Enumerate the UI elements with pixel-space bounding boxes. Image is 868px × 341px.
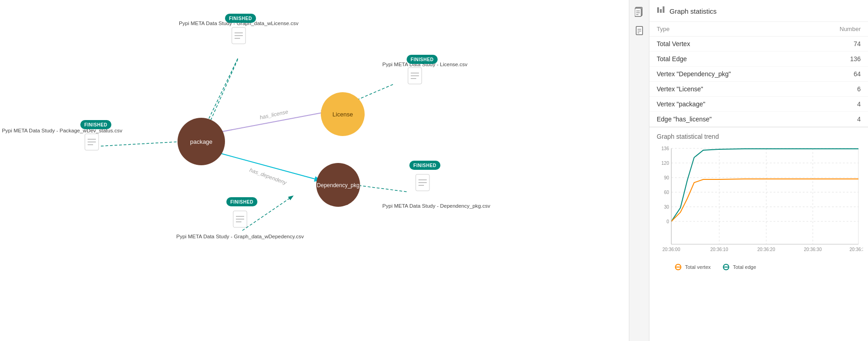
sidebar-icon-2[interactable] — [632, 24, 647, 38]
stats-row: Total Vertex74 — [649, 37, 868, 52]
svg-text:20:36:37: 20:36:37 — [850, 247, 863, 252]
badge1: FINISHED — [229, 16, 252, 21]
trend-svg: 136 120 90 60 30 0 20:36:00 20:36:10 20:… — [653, 144, 863, 285]
badge4: FINISHED — [230, 199, 254, 205]
svg-text:90: 90 — [664, 175, 669, 180]
svg-rect-42 — [636, 26, 643, 35]
stats-number: 64 — [805, 67, 868, 82]
svg-text:20:36:10: 20:36:10 — [711, 247, 728, 252]
col-number: Number — [805, 22, 868, 37]
svg-line-6 — [354, 185, 407, 192]
stats-number: 4 — [805, 97, 868, 112]
stats-header: Graph statistics — [649, 0, 868, 22]
file5-label: Pypi META Data Study - Dependency_pkg.cs… — [382, 203, 491, 209]
svg-text:120: 120 — [661, 161, 669, 166]
sidebar-icon-1[interactable] — [632, 5, 647, 19]
svg-text:60: 60 — [664, 190, 669, 195]
svg-text:Total edge: Total edge — [733, 264, 756, 270]
svg-rect-47 — [660, 9, 662, 13]
stats-type: Vertex "Dependency_pkg" — [649, 67, 805, 82]
svg-text:0: 0 — [666, 219, 669, 224]
stats-panel: Graph statistics Type Number Total Verte… — [649, 0, 868, 127]
svg-text:20:36:30: 20:36:30 — [804, 247, 822, 252]
stats-type: Edge "has_license" — [649, 112, 805, 127]
stats-row: Total Edge136 — [649, 52, 868, 67]
svg-text:20:36:20: 20:36:20 — [758, 247, 775, 252]
has-license-label: has_license — [259, 109, 289, 121]
stats-number: 4 — [805, 112, 868, 127]
graph-svg: package License Dependency_pkg Pypi META… — [0, 0, 649, 341]
stats-type: Vertex "package" — [649, 97, 805, 112]
svg-text:Total vertex: Total vertex — [685, 264, 711, 270]
badge5: FINISHED — [413, 163, 437, 168]
stats-number: 136 — [805, 52, 868, 67]
stats-number: 74 — [805, 37, 868, 52]
trend-panel: Graph statistical trend 136 120 90 — [649, 127, 868, 341]
package-label: package — [190, 138, 212, 145]
dependency-label: Dependency_pkg — [317, 182, 359, 189]
svg-rect-48 — [663, 6, 664, 13]
stats-type: Vertex "License" — [649, 82, 805, 97]
chart-icon — [657, 5, 666, 17]
col-type: Type — [649, 22, 805, 37]
svg-text:136: 136 — [661, 146, 669, 151]
stats-title: Graph statistics — [669, 7, 716, 15]
trend-chart: 136 120 90 60 30 0 20:36:00 20:36:10 20:… — [649, 144, 868, 287]
stats-table: Type Number Total Vertex74Total Edge136V… — [649, 22, 868, 127]
stats-type: Total Edge — [649, 52, 805, 67]
svg-rect-38 — [635, 8, 641, 16]
right-panel: Graph statistics Type Number Total Verte… — [649, 0, 868, 341]
svg-line-4 — [101, 142, 183, 146]
trend-header: Graph statistical trend — [649, 127, 868, 144]
stats-number: 6 — [805, 82, 868, 97]
stats-row: Vertex "License"6 — [649, 82, 868, 97]
badge2: FINISHED — [411, 57, 434, 62]
has-dependeny-label: has_dependeny — [249, 167, 288, 186]
svg-text:30: 30 — [664, 205, 669, 210]
sidebar-icons — [629, 0, 649, 341]
stats-row: Vertex "package"4 — [649, 97, 868, 112]
svg-rect-46 — [657, 7, 659, 13]
license-label: License — [333, 111, 353, 118]
stats-row: Vertex "Dependency_pkg"64 — [649, 67, 868, 82]
file4-label: Pypi META Data Study - Graph_data_wDeped… — [176, 234, 304, 239]
badge3: FINISHED — [84, 122, 108, 127]
svg-text:20:36:00: 20:36:00 — [663, 247, 680, 252]
stats-type: Total Vertex — [649, 37, 805, 52]
stats-row: Edge "has_license"4 — [649, 112, 868, 127]
graph-area[interactable]: package License Dependency_pkg Pypi META… — [0, 0, 649, 341]
